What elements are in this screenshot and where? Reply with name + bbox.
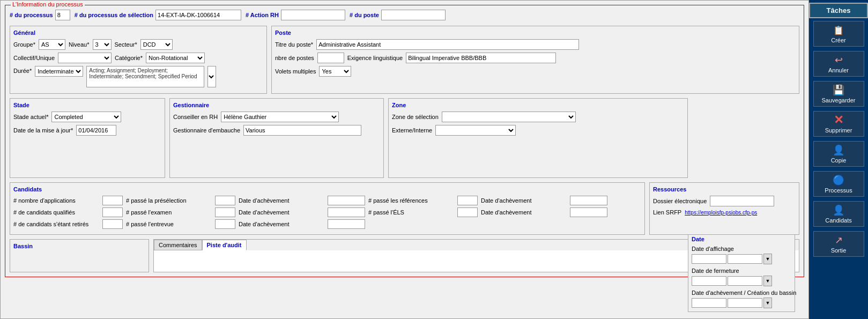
secteur-label: Secteur* [115,41,137,48]
cand-refs-label: # passé les références [368,197,454,204]
zone-selection-select[interactable] [442,112,576,122]
processus-button[interactable]: 🔵 Processus [813,171,864,197]
sortie-button[interactable]: ↗ Sortie [813,231,864,257]
gestionnaire-emb-label: Gestionnaire d'embauche [173,127,240,133]
gestionnaire-emb-input[interactable] [243,125,361,136]
dossier-input[interactable] [710,196,774,206]
tab-commentaires[interactable]: Commentaires [154,240,202,250]
num-poste-input[interactable] [381,10,446,20]
copie-icon: 👤 [830,144,847,156]
cand-ach1-label: Date d'achèvement [239,197,324,204]
date-mise-label: Date de la mise à jour* [13,127,73,133]
annuler-button[interactable]: ↩ Annuler [813,51,864,77]
duree-options-select[interactable]: ▼ [207,66,216,87]
cand-retires-input[interactable] [102,219,123,229]
secteur-select[interactable]: DCD [140,39,173,50]
achevement-date1[interactable] [692,298,726,308]
volets-select[interactable]: Yes [319,66,351,77]
nbre-postes-label: nbre de postes [275,55,314,61]
processus-label: Processus [825,187,852,194]
stade-actuel-select[interactable]: Completed [51,112,121,122]
externe-select[interactable] [435,125,516,136]
affichage-dd-btn[interactable]: ▼ [763,254,772,264]
achevement-date2[interactable] [728,298,762,308]
tab-piste-audit[interactable]: Piste d'audit [202,240,247,250]
cand-ach1-input[interactable] [328,196,365,205]
action-rh-input[interactable] [281,10,345,20]
num-processus-input[interactable] [55,10,70,20]
cand-ach3-input[interactable] [328,207,365,217]
cand-qualifies-input[interactable] [102,207,123,217]
collectif-label: Collectif/Unique [13,55,55,61]
cand-preselection-label: # passé la présélection [126,197,212,204]
volets-label: Volets multiples [275,68,316,75]
creer-icon: 📋 [830,24,847,36]
cand-ach5-input[interactable] [328,219,365,229]
candidats-label: Candidats [825,217,852,224]
affichage-date1[interactable] [692,254,726,264]
supprimer-icon: ✕ [830,114,847,126]
cand-retires-label: # de candidats s'étant retirés [13,221,99,227]
ressources-title: Ressources [653,186,796,192]
cand-examen-label: # passé l'examen [126,209,212,216]
supprimer-button[interactable]: ✕ Supprimer [813,111,864,137]
cand-ach4-label: Date d'achèvement [481,209,567,216]
fermeture-dd-btn[interactable]: ▼ [763,276,772,286]
processus-icon: 🔵 [830,174,847,186]
cand-examen-input[interactable] [215,207,235,217]
taches-title: Tâches [809,3,868,18]
num-processus-label: # du processus [10,12,53,18]
date-mise-input[interactable] [76,125,116,136]
niveau-label: Niveau* [69,41,90,48]
affichage-date2[interactable] [728,254,762,264]
num-selection-input[interactable] [155,10,241,20]
fermeture-date2[interactable] [728,276,762,286]
affichage-label: Date d'affichage [692,246,791,252]
zone-title: Zone [392,102,684,108]
titre-poste-input[interactable] [316,39,579,50]
niveau-select[interactable]: 3 [93,39,112,50]
cand-ach4-input[interactable] [570,207,607,217]
externe-label: Externe/Interne [392,127,432,133]
duree-label: Durée* [13,68,32,74]
annuler-icon: ↩ [830,54,847,66]
sauvegarder-icon: 💾 [830,84,847,96]
cand-refs-input[interactable] [457,196,478,205]
nbre-postes-input[interactable] [317,53,344,63]
creer-button[interactable]: 📋 Créer [813,21,864,47]
num-poste-label: # du poste [350,12,379,18]
candidats-button[interactable]: 👤 Candidats [813,201,864,227]
cand-entrevue-input[interactable] [215,219,235,229]
cand-applications-input[interactable] [102,196,123,205]
sauvegarder-button[interactable]: 💾 Sauvegarder [813,81,864,107]
zone-selection-label: Zone de sélection [392,114,439,120]
cand-ach2-input[interactable] [570,196,607,205]
groupe-select[interactable]: AS [39,39,65,50]
cand-ach3-label: Date d'achèvement [239,209,324,216]
copie-button[interactable]: 👤 Copie [813,141,864,167]
action-rh-label: # Action RH [246,12,279,18]
fermeture-label: Date de fermeture [692,268,791,274]
annuler-label: Annuler [828,67,849,73]
sauvegarder-label: Sauvegarder [822,97,856,103]
exigence-input[interactable] [406,53,556,63]
fermeture-date1[interactable] [692,276,726,286]
candidats-title: Candidats [13,186,641,192]
categorie-select[interactable]: Non-Rotational [146,53,205,63]
sortie-label: Sortie [831,247,847,254]
cand-ach5-label: Date d'achèvement [239,221,324,227]
poste-title: Poste [275,29,796,36]
sortie-icon: ↗ [830,234,847,246]
groupe-label: Groupe* [13,41,35,48]
conseiller-label: Conseiller en RH [173,114,218,120]
cand-preselection-input[interactable] [215,196,235,205]
lien-value[interactable]: https://emploisfp-psjobs.cfp-ps [685,210,757,216]
cand-applications-label: # nombre d'applications [13,197,99,204]
sidebar: Tâches 📋 Créer ↩ Annuler 💾 Sauvegarder ✕… [809,0,868,319]
achevement-dd-btn[interactable]: ▼ [763,298,772,308]
collectif-select[interactable] [58,53,112,63]
duree-select[interactable]: Indeterminate [35,66,83,77]
conseiller-select[interactable]: Hélène Gauthier [221,112,339,122]
cand-els-input[interactable] [457,207,478,217]
gestionnaire-title: Gestionnaire [173,102,380,108]
